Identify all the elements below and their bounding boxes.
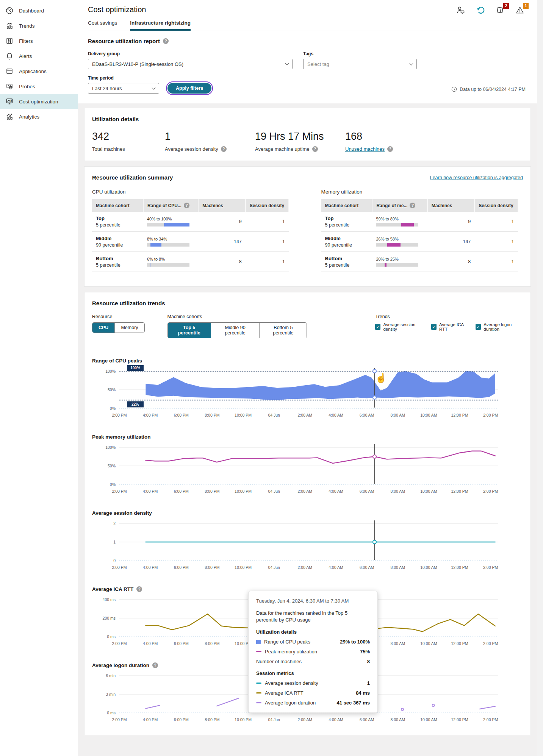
trends-title: Resource utilization trends — [92, 300, 523, 306]
tooltip-row: Number of machines 8 — [256, 659, 370, 664]
resource-utilization-summary-card: Resource utilization summary Learn how r… — [84, 166, 531, 287]
sidebar-item-applications[interactable]: Applications — [0, 64, 78, 79]
range-bar — [147, 223, 189, 226]
cpu-peaks-plot[interactable]: 0%50%100%2:00 PM4:00 PM6:00 PM8:00 PM10:… — [92, 365, 523, 423]
checkbox-checked-icon: ✓ — [431, 324, 437, 330]
svg-text:0%: 0% — [110, 406, 116, 411]
learn-aggregation-link[interactable]: Learn how resource utilization is aggreg… — [430, 175, 523, 180]
svg-text:2:00 PM: 2:00 PM — [112, 489, 127, 494]
memory-utilization-subtitle: Memory utilization — [321, 189, 523, 195]
svg-text:4:00 AM: 4:00 AM — [329, 717, 343, 722]
main-content: Cost optimization 2 1 Cost savings — [78, 0, 537, 756]
utilization-details-title: Utilization details — [92, 116, 523, 122]
svg-text:10:00 AM: 10:00 AM — [420, 413, 437, 417]
svg-text:2:00 PM: 2:00 PM — [483, 413, 498, 417]
tooltip-row: Average ICA RTT 84 ms — [256, 690, 370, 696]
sidebar-item-label: Analytics — [19, 114, 39, 120]
svg-text:22%: 22% — [131, 402, 139, 406]
stat-avg-machine-uptime: 19 Hrs 17 Mins Average machine uptime? — [255, 131, 345, 152]
svg-text:8:00 AM: 8:00 AM — [390, 489, 405, 494]
sidebar-item-probes[interactable]: Probes — [0, 79, 78, 94]
tooltip-row: Average session density 1 — [256, 680, 370, 686]
applications-icon — [5, 67, 14, 75]
svg-text:4:00 PM: 4:00 PM — [143, 413, 158, 417]
sidebar-item-cost-optimization[interactable]: $ Cost optimization — [0, 94, 78, 109]
svg-text:6:00 PM: 6:00 PM — [174, 489, 189, 494]
help-icon[interactable]: ? — [152, 662, 158, 668]
cpu-utilization-subtitle: CPU utilization — [92, 189, 294, 195]
unused-machines-link[interactable]: Unused machines — [345, 146, 385, 152]
sidebar-item-alerts[interactable]: Alerts — [0, 48, 78, 64]
peak-memory-plot[interactable]: 0%50%100%2:00 PM4:00 PM6:00 PM8:00 PM10:… — [92, 441, 523, 499]
tags-select[interactable]: Select tag — [303, 59, 417, 69]
table-row: Bottom5 percentile 6% to 8% 8 1 — [92, 252, 289, 272]
page-scrollbar[interactable] — [537, 0, 543, 756]
svg-text:12:00 PM: 12:00 PM — [451, 717, 468, 722]
svg-text:6:00 PM: 6:00 PM — [174, 717, 189, 722]
chevron-down-icon — [410, 61, 413, 65]
delivery-group-select[interactable]: EDaaS-BLR3-W10-P (Single-session OS) — [88, 59, 293, 69]
warnings-button[interactable]: 1 — [515, 5, 526, 16]
svg-text:2:00 PM: 2:00 PM — [112, 717, 127, 722]
svg-text:0 ms: 0 ms — [107, 711, 116, 715]
density-line-swatch-icon — [256, 683, 261, 684]
chevron-down-icon — [152, 86, 156, 89]
sidebar-item-filters[interactable]: Filters — [0, 33, 78, 48]
session-density-plot[interactable]: 0122:00 PM4:00 PM6:00 PM8:00 PM10:00 PM0… — [92, 517, 523, 575]
help-icon[interactable]: ? — [184, 203, 189, 208]
svg-text:$: $ — [11, 99, 12, 102]
cohort-top5-button[interactable]: Top 5 percentile — [168, 323, 211, 338]
notifications-button[interactable]: 2 — [495, 5, 506, 16]
svg-text:2:00 PM: 2:00 PM — [112, 565, 127, 570]
table-row: Middle90 percentile 8% to 34% 147 1 — [92, 232, 289, 252]
range-bar — [376, 223, 418, 226]
time-period-select[interactable]: Last 24 hours — [88, 83, 159, 94]
sidebar-item-analytics[interactable]: Analytics — [0, 109, 78, 124]
resource-memory-button[interactable]: Memory — [115, 323, 144, 333]
checkbox-avg-session-density[interactable]: ✓Average session density — [375, 322, 424, 331]
sidebar-item-dashboard[interactable]: Dashboard — [0, 3, 78, 18]
svg-text:8:00 PM: 8:00 PM — [205, 641, 219, 646]
table-row: Top5 percentile 59% to 89% 9 1 — [321, 212, 518, 232]
svg-text:4:00 AM: 4:00 AM — [329, 565, 343, 570]
svg-text:2: 2 — [113, 521, 116, 526]
checkbox-avg-ica-rtt[interactable]: ✓Average ICA RTT — [431, 322, 469, 331]
help-icon[interactable]: ? — [387, 146, 393, 152]
cohort-middle90-button[interactable]: Middle 90 percentile — [211, 323, 260, 338]
tooltip-row: Average logon duration 41 sec 367 ms — [256, 700, 370, 706]
tab-infrastructure-rightsizing[interactable]: Infrastructure rightsizing — [130, 20, 191, 31]
refresh-button[interactable] — [476, 5, 486, 16]
cohort-toggle: Top 5 percentile Middle 90 percentile Bo… — [167, 322, 307, 338]
tooltip-row: Range of CPU peaks 29% to 100% — [256, 639, 370, 645]
svg-text:10:00 PM: 10:00 PM — [235, 717, 252, 722]
user-feedback-icon — [456, 5, 466, 15]
resource-cpu-button[interactable]: CPU — [92, 323, 115, 333]
memory-line-swatch-icon — [256, 651, 261, 652]
help-icon[interactable]: ? — [410, 203, 415, 208]
svg-text:400 ms: 400 ms — [103, 597, 116, 602]
help-icon[interactable]: ? — [163, 38, 169, 44]
sidebar-item-label: Applications — [19, 69, 47, 74]
memory-utilization-table: Memory utilization Machine cohort Range … — [321, 189, 523, 272]
cohort-bottom5-button[interactable]: Bottom 5 percentile — [260, 323, 307, 338]
refresh-icon — [476, 5, 485, 15]
sidebar-item-label: Filters — [19, 38, 33, 44]
stat-avg-session-density: 1 Average session density? — [165, 131, 255, 152]
svg-text:4:00 PM: 4:00 PM — [143, 489, 158, 494]
svg-text:2:00 PM: 2:00 PM — [483, 641, 498, 646]
resource-label: Resource — [92, 314, 145, 319]
checkbox-avg-logon-duration[interactable]: ✓Average logon duration — [476, 322, 523, 331]
help-icon[interactable]: ? — [221, 146, 227, 152]
user-feedback-button[interactable] — [456, 5, 466, 16]
svg-text:10:00 PM: 10:00 PM — [235, 565, 252, 570]
svg-text:6:00 AM: 6:00 AM — [360, 565, 374, 570]
tab-cost-savings[interactable]: Cost savings — [88, 20, 117, 31]
help-icon[interactable]: ? — [136, 586, 142, 592]
svg-text:10:00 AM: 10:00 AM — [420, 565, 437, 570]
svg-text:6:00 PM: 6:00 PM — [174, 565, 189, 570]
svg-text:12:00 PM: 12:00 PM — [451, 641, 468, 646]
help-icon[interactable]: ? — [312, 146, 318, 152]
sidebar-item-trends[interactable]: Trends — [0, 18, 78, 33]
apply-filters-button[interactable]: Apply filters — [167, 83, 211, 94]
svg-text:☝: ☝ — [375, 372, 387, 383]
